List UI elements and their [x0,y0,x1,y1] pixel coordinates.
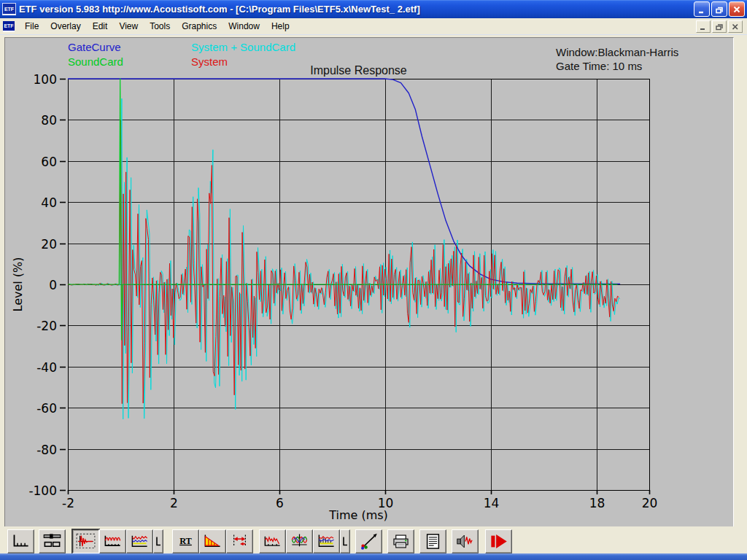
chart-client-area [4,37,734,527]
run-icon [489,533,508,550]
titlebar: ETF ETF version 5.983 http://www.Acousti… [0,0,747,18]
mdi-window-controls [696,20,743,33]
svg-text:RT: RT [179,536,192,546]
menu-view[interactable]: View [113,19,144,34]
gate-time-label: Gate Time: 10 ms [556,59,678,73]
menu-tools[interactable]: Tools [144,19,176,34]
toolbar-rt60-button[interactable]: RT [172,529,199,553]
window-function-label: Window:Blackman-Harris [556,45,678,59]
legend-system-soundcard: System + SoundCard [191,40,295,55]
notes-icon [423,533,443,550]
noise-response-icon [263,533,282,550]
toolbar-frequency-response-button[interactable] [99,529,126,553]
print-icon [391,533,411,550]
window-gate-info: Window:Blackman-Harris Gate Time: 10 ms [556,45,678,73]
toolbar-gate-settings-button[interactable] [226,529,253,553]
toolbar-combined-response-button[interactable] [126,529,153,553]
toolbar-marker-button[interactable] [355,529,382,553]
marker-icon [359,533,379,550]
mdi-restore-icon [716,23,724,31]
restore-icon [715,5,724,14]
mdi-minimize-icon [700,23,707,31]
legend-gatecurve: GateCurve [68,40,191,55]
axis-icon [11,533,31,550]
rt-label-icon: RT [176,533,196,550]
combined-response-icon [130,533,150,550]
minimize-icon [697,5,706,14]
axis-corner-icon [154,533,163,550]
window-controls [694,1,745,17]
menu-file[interactable]: File [19,19,44,34]
toolbar-impulse-response-button[interactable] [72,529,99,553]
toolbar-print-button[interactable] [387,529,414,553]
energy-decay-icon [203,533,222,550]
impulse-response-icon [76,533,96,550]
document-app-icon[interactable]: ETF [3,21,15,32]
waterfall-icon [317,533,336,550]
menu-graphics[interactable]: Graphics [176,19,222,34]
gate-settings-icon [230,533,249,550]
bottom-toolbar: RT [0,526,747,553]
toolbar-measure-button[interactable] [452,529,479,553]
toolbar-energy-decay-button[interactable] [199,529,226,553]
mdi-close-icon [732,23,739,31]
menu-overlay[interactable]: Overlay [44,19,86,34]
toolbar-display-setup-button[interactable] [39,529,66,553]
menu-window[interactable]: Window [222,19,266,34]
mdi-restore-button[interactable] [712,20,727,33]
app-icon[interactable]: ETF [2,3,16,15]
mdi-minimize-button[interactable] [696,20,711,33]
toolbar-run-measurement-button[interactable] [485,529,512,553]
menu-edit[interactable]: Edit [87,19,114,34]
minimize-button[interactable] [694,1,710,17]
window-bottom-border [0,553,747,560]
toolbar-notes-button[interactable] [419,529,446,553]
measure-icon [455,533,475,550]
toolbar-phase-response-button[interactable] [286,529,313,553]
phase-response-icon [290,533,309,550]
toolbar-waterfall-axis-toggle-button[interactable] [340,529,350,553]
display-setup-icon [42,533,62,550]
window-title: ETF version 5.983 http://www.Acoustisoft… [19,4,420,15]
toolbar-noise-response-button[interactable] [259,529,286,553]
close-icon [732,5,741,14]
restore-button[interactable] [711,1,727,17]
axis-corner-icon [341,533,349,550]
mdi-close-button[interactable] [728,20,743,33]
frequency-response-icon [103,533,123,550]
menu-help[interactable]: Help [266,19,295,34]
menubar: ETF FileOverlayEditViewToolsGraphicsWind… [0,18,747,35]
toolbar-waterfall-button[interactable] [313,529,340,553]
toolbar-axes-setup-button[interactable] [7,529,34,553]
toolbar-impulse-axis-toggle-button[interactable] [153,529,163,553]
close-button[interactable] [729,1,745,17]
